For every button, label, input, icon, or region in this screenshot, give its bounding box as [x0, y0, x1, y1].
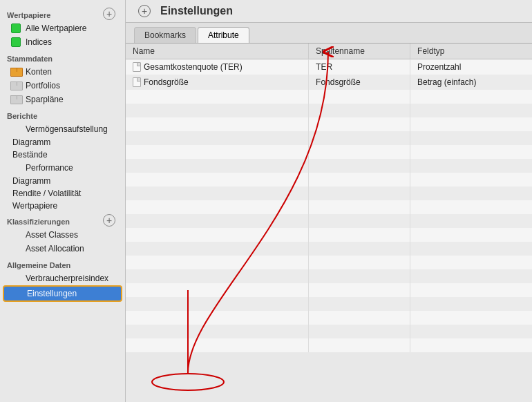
cell-spaltenname-2: Fondsgröße	[309, 75, 410, 90]
table-row-empty	[126, 283, 532, 297]
sidebar-item-diagramm-2[interactable]: Diagramm	[0, 175, 125, 187]
table-row-empty	[126, 90, 532, 104]
table-row-empty	[126, 117, 532, 131]
tab-attribute[interactable]: Attribute	[198, 27, 249, 43]
table-row-empty	[126, 173, 532, 186]
portfolios-folder-icon	[10, 80, 22, 91]
table-row-empty	[126, 186, 532, 200]
sidebar-section-klassifizierungen: Klassifizierungen +	[0, 212, 125, 228]
table-row-empty	[126, 104, 532, 117]
sidebar-item-alle-wertpapiere[interactable]: Alle Wertpapiere	[0, 21, 125, 35]
table-row-empty	[126, 200, 532, 214]
sidebar-item-vermogensaufstellung[interactable]: Vermögensaufstellung	[0, 122, 125, 136]
table-row-empty	[126, 311, 532, 325]
table-row-empty	[126, 145, 532, 159]
sidebar-item-diagramm-1[interactable]: Diagramm	[0, 136, 125, 149]
sidebar-header-berichte: Berichte	[0, 106, 125, 122]
sidebar-header-stammdaten: Stammdaten	[0, 49, 125, 65]
no-icon-5	[10, 273, 22, 284]
table-row-empty	[126, 269, 532, 283]
wertpapier-icon	[10, 23, 22, 34]
sidebar-item-indices[interactable]: Indices	[0, 35, 125, 49]
col-header-name: Name	[126, 44, 309, 59]
table-row-empty	[126, 325, 532, 338]
cell-feldtyp-2: Betrag (einfach)	[410, 75, 532, 90]
tabs-bar: Bookmarks Attribute	[126, 23, 532, 44]
table-row-empty	[126, 131, 532, 145]
sidebar: Wertpapiere + Alle Wertpapiere Indices S…	[0, 0, 126, 402]
cell-spaltenname-1: TER	[309, 59, 410, 75]
sidebar-item-verbraucherpreisindex[interactable]: Verbraucherpreisindex	[0, 271, 125, 285]
table-row-empty	[126, 242, 532, 256]
sidebar-item-performance[interactable]: Performance	[0, 161, 125, 175]
no-icon-3	[10, 229, 22, 240]
sparplane-folder-icon	[10, 94, 22, 105]
table-row-empty	[126, 228, 532, 242]
svg-point-1	[152, 374, 224, 390]
sidebar-item-wertpapiere[interactable]: Wertpapiere	[0, 200, 125, 212]
sidebar-item-sparplane[interactable]: Sparpläne	[0, 93, 125, 106]
sidebar-item-konten[interactable]: Konten	[0, 65, 125, 79]
cell-feldtyp-1: Prozentzahl	[410, 59, 532, 75]
sidebar-item-einstellungen[interactable]: Einstellungen	[3, 285, 122, 302]
add-klassifizierungen-button[interactable]: +	[103, 214, 115, 227]
col-header-feldtyp: Feldtyp	[410, 44, 532, 59]
tab-bookmarks[interactable]: Bookmarks	[134, 27, 196, 43]
sidebar-item-asset-allocation[interactable]: Asset Allocation	[0, 242, 125, 256]
no-icon-1	[10, 124, 22, 135]
sidebar-header-allgemeine-daten: Allgemeine Daten	[0, 256, 125, 271]
table-row-empty	[126, 159, 532, 173]
no-icon-6	[11, 288, 23, 299]
sidebar-header-klassifizierungen: Klassifizierungen	[0, 212, 77, 228]
table-row[interactable]: Fondsgröße Fondsgröße Betrag (einfach)	[126, 75, 532, 90]
cell-name-1: Gesamtkostenquote (TER)	[126, 59, 309, 75]
no-icon-4	[10, 243, 22, 254]
sidebar-section-wertpapiere: Wertpapiere +	[0, 6, 125, 21]
table-row-empty	[126, 214, 532, 228]
sidebar-item-rendite[interactable]: Rendite / Volatilität	[0, 187, 125, 200]
table-row-empty	[126, 256, 532, 269]
doc-icon-1	[133, 62, 141, 72]
attribute-table: Name Spaltenname Feldtyp Gesamtkostenquo…	[126, 44, 532, 352]
konten-folder-icon	[10, 66, 22, 77]
sidebar-item-portfolios[interactable]: Portfolios	[0, 79, 125, 93]
sidebar-item-bestande[interactable]: Bestände	[0, 149, 125, 161]
table-row-empty	[126, 338, 532, 352]
table-row[interactable]: Gesamtkostenquote (TER) TER Prozentzahl	[126, 59, 532, 75]
no-icon-2	[10, 162, 22, 173]
main-content: + Einstellungen Bookmarks Attribute Name…	[126, 0, 532, 402]
table-header-row: Name Spaltenname Feldtyp	[126, 44, 532, 59]
table-row-empty	[126, 297, 532, 311]
col-header-spaltenname: Spaltenname	[309, 44, 410, 59]
add-wertpapiere-button[interactable]: +	[103, 8, 115, 20]
add-main-button[interactable]: +	[138, 5, 151, 17]
cell-name-2: Fondsgröße	[126, 75, 309, 90]
sidebar-header-wertpapiere: Wertpapiere	[0, 6, 57, 21]
doc-icon-2	[133, 77, 141, 87]
sidebar-item-asset-classes[interactable]: Asset Classes	[0, 228, 125, 242]
page-title: Einstellungen	[160, 5, 233, 17]
indices-icon	[10, 37, 22, 48]
